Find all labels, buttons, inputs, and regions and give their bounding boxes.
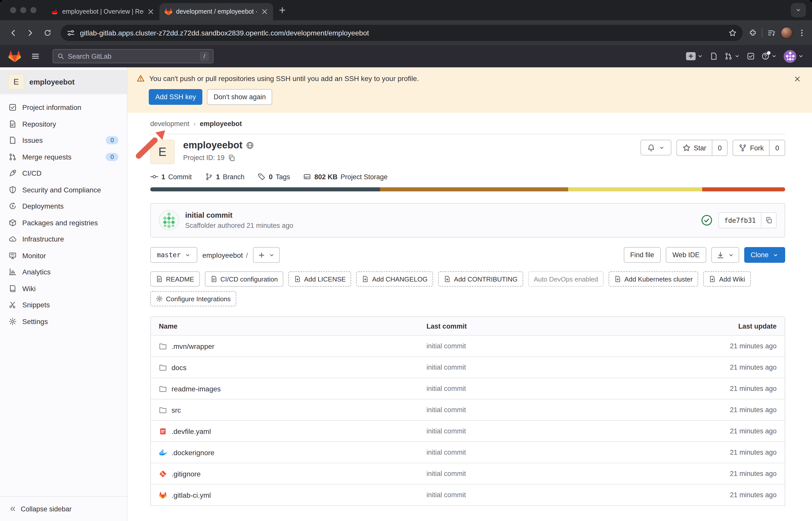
table-row[interactable]: .gitignore initial commit 21 minutes ago	[151, 463, 785, 484]
table-row[interactable]: .gitlab-ci.yml initial commit 21 minutes…	[151, 484, 785, 505]
bookmark-star-icon[interactable]	[729, 29, 737, 37]
site-settings-icon[interactable]	[67, 29, 75, 37]
media-controls-icon[interactable]	[767, 29, 775, 37]
branch-selector[interactable]: master	[150, 247, 197, 263]
path-project[interactable]: employeebot	[202, 251, 243, 259]
add-changelog-button[interactable]: Add CHANGELOG	[356, 271, 433, 287]
browser-tab-2-active[interactable]: development / employeebot ·	[159, 3, 273, 20]
find-file-button[interactable]: Find file	[624, 247, 661, 263]
sidebar-project-context[interactable]: E employeebot	[0, 70, 127, 94]
sidebar-item-issues[interactable]: Issues0	[0, 132, 127, 149]
add-kubernetes-cluster-button[interactable]: Add Kubernetes cluster	[608, 271, 698, 287]
sidebar-item-merge-requests[interactable]: Merge requests0	[0, 149, 127, 165]
sidebar-item-snippets[interactable]: Snippets	[0, 297, 127, 313]
row-commit-link[interactable]: initial commit	[427, 406, 691, 414]
sidebar-item-cicd[interactable]: CI/CD	[0, 165, 127, 182]
gitlab-logo[interactable]	[8, 50, 21, 63]
configure-integrations-button[interactable]: Configure Integrations	[150, 291, 236, 306]
copy-project-id-icon[interactable]	[228, 154, 235, 161]
notifications-dropdown-button[interactable]	[641, 140, 671, 155]
add-ssh-key-button[interactable]: Add SSH key	[149, 89, 202, 105]
zoom-window-button[interactable]	[30, 7, 37, 13]
table-row[interactable]: .devfile.yaml initial commit 21 minutes …	[151, 420, 785, 441]
branches-stat[interactable]: 1Branch	[205, 173, 245, 181]
row-commit-link[interactable]: initial commit	[427, 470, 691, 477]
tab-search-button[interactable]	[791, 3, 806, 17]
sidebar-item-deployments[interactable]: Deployments	[0, 198, 127, 214]
fork-button[interactable]: Fork	[733, 140, 769, 155]
file-name-link[interactable]: .gitignore	[171, 470, 200, 478]
sidebar-item-settings[interactable]: Settings	[0, 313, 127, 330]
sidebar-item-wiki[interactable]: Wiki	[0, 280, 127, 297]
file-name-link[interactable]: .dockerignore	[171, 448, 215, 456]
sidebar-item-monitor[interactable]: Monitor	[0, 247, 127, 264]
user-menu-button[interactable]	[784, 50, 804, 63]
add-contributing-button[interactable]: Add CONTRIBUTING	[438, 271, 523, 287]
sidebar-item-packages-and-registries[interactable]: Packages and registries	[0, 214, 127, 231]
sidebar-item-analytics[interactable]: Analytics	[0, 264, 127, 280]
row-commit-link[interactable]: initial commit	[427, 385, 691, 392]
browser-tab-1[interactable]: employeebot | Overview | Red	[46, 3, 159, 20]
macos-window-controls[interactable]	[10, 7, 37, 13]
clone-dropdown-button[interactable]: Clone	[744, 247, 785, 263]
back-button[interactable]	[6, 26, 20, 40]
file-name-link[interactable]: .gitlab-ci.yml	[171, 491, 211, 499]
issues-icon[interactable]	[710, 52, 718, 60]
hamburger-menu-icon[interactable]	[28, 49, 43, 63]
file-name-link[interactable]: docs	[171, 363, 186, 371]
address-bar[interactable]: gitlab-gitlab.apps.cluster-z72dd.z72dd.s…	[61, 25, 743, 41]
gitlab-search-input[interactable]: Search GitLab /	[53, 49, 214, 63]
breadcrumb-project-link[interactable]: employeebot	[200, 120, 242, 128]
merge-requests-menu-button[interactable]	[724, 52, 740, 60]
minimize-window-button[interactable]	[20, 7, 26, 13]
file-name-link[interactable]: readme-images	[171, 385, 221, 393]
row-commit-link[interactable]: initial commit	[427, 342, 691, 350]
sidebar-item-infrastructure[interactable]: Infrastructure	[0, 231, 127, 247]
table-row[interactable]: docs initial commit 21 minutes ago	[151, 357, 785, 378]
commit-author-avatar[interactable]	[159, 210, 179, 230]
new-menu-button[interactable]: +	[686, 52, 703, 60]
row-commit-link[interactable]: initial commit	[427, 449, 691, 456]
sidebar-item-repository[interactable]: Repository	[0, 116, 127, 132]
cicd-configuration-button[interactable]: CI/CD configuration	[205, 271, 283, 287]
table-row[interactable]: readme-images initial commit 21 minutes …	[151, 378, 785, 399]
todo-list-icon[interactable]	[747, 52, 755, 60]
table-row[interactable]: .mvn/wrapper initial commit 21 minutes a…	[151, 335, 785, 357]
add-wiki-button[interactable]: Add Wiki	[703, 271, 751, 287]
readme-button[interactable]: README	[150, 271, 199, 287]
forward-button[interactable]	[23, 26, 38, 40]
commit-title-link[interactable]: initial commit	[185, 211, 293, 219]
url-text[interactable]: gitlab-gitlab.apps.cluster-z72dd.z72dd.s…	[80, 29, 723, 37]
language-bar[interactable]	[150, 187, 785, 191]
sidebar-item-security-and-compliance[interactable]: Security and Compliance	[0, 182, 127, 198]
table-row[interactable]: .dockerignore initial commit 21 minutes …	[151, 441, 785, 463]
file-name-link[interactable]: .devfile.yaml	[171, 427, 211, 435]
file-name-link[interactable]: src	[171, 406, 181, 414]
breadcrumb-group-link[interactable]: development	[150, 120, 189, 128]
storage-stat[interactable]: 802 KBProject Storage	[303, 173, 388, 181]
new-tab-button[interactable]	[278, 6, 286, 14]
dont-show-again-button[interactable]: Don't show again	[207, 89, 272, 105]
file-name-link[interactable]: .mvn/wrapper	[171, 342, 215, 350]
help-menu-button[interactable]	[761, 52, 777, 60]
copy-sha-button[interactable]	[761, 213, 776, 228]
close-window-button[interactable]	[10, 7, 16, 13]
pipeline-status-icon[interactable]	[701, 215, 713, 226]
fork-count[interactable]: 0	[769, 140, 785, 155]
auto-devops-enabled-button[interactable]: Auto DevOps enabled	[528, 271, 603, 287]
tags-stat[interactable]: 0Tags	[258, 173, 290, 181]
close-tab-icon[interactable]	[147, 8, 154, 15]
browser-menu-icon[interactable]	[798, 29, 806, 37]
fork-button-group[interactable]: Fork 0	[733, 140, 785, 156]
commit-sha[interactable]: fde7fb31	[719, 217, 761, 224]
row-commit-link[interactable]: initial commit	[427, 364, 691, 371]
web-ide-button[interactable]: Web IDE	[666, 247, 706, 263]
star-button[interactable]: Star	[677, 140, 712, 155]
table-row[interactable]: src initial commit 21 minutes ago	[151, 399, 785, 420]
star-count[interactable]: 0	[712, 140, 727, 155]
reload-button[interactable]	[41, 26, 55, 40]
commits-stat[interactable]: 1Commit	[150, 173, 192, 181]
dismiss-banner-icon[interactable]	[794, 75, 801, 83]
star-button-group[interactable]: Star 0	[676, 140, 728, 156]
extensions-icon[interactable]	[749, 29, 757, 37]
